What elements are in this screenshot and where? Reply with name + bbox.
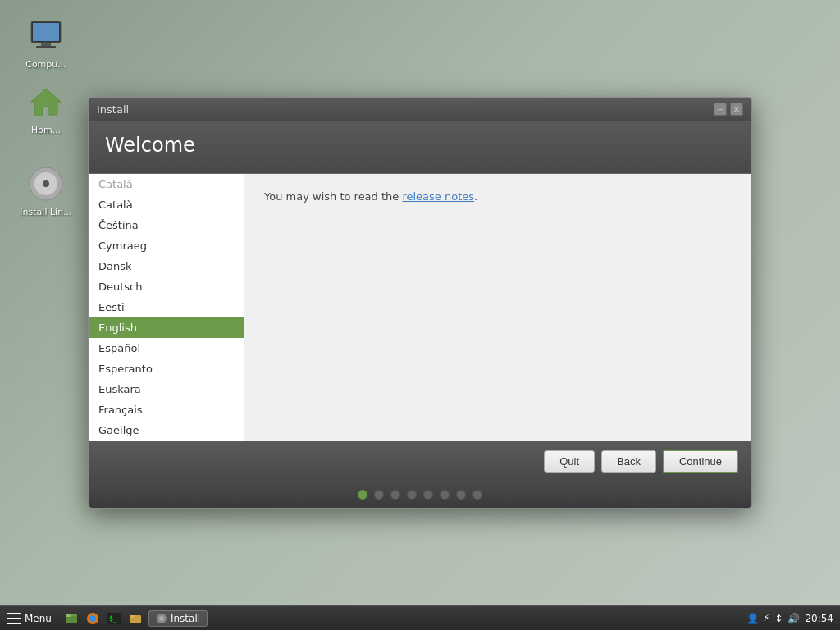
svg-rect-16 <box>130 615 135 618</box>
language-item-catala-partial[interactable]: Català <box>89 174 244 194</box>
language-item-etina[interactable]: Čeština <box>89 215 244 235</box>
svg-point-12 <box>89 615 96 622</box>
dialog-title: Install <box>97 103 129 116</box>
taskbar-clock: 20:54 <box>805 613 833 624</box>
svg-rect-10 <box>66 614 71 617</box>
release-notes-prefix: You may wish to read the <box>264 190 402 203</box>
taskbar-apps: $_ <box>58 609 148 628</box>
progress-dot-4[interactable] <box>423 490 433 500</box>
taskbar-firefox[interactable] <box>83 609 103 628</box>
progress-dot-6[interactable] <box>456 490 466 500</box>
taskbar-bluetooth-icon: ⚡ <box>764 613 770 623</box>
taskbar-active-label: Install <box>171 613 200 624</box>
taskbar: Menu $_ <box>0 605 840 630</box>
svg-point-18 <box>159 616 164 621</box>
language-item-gaeilge[interactable]: Gaeilge <box>89 420 244 441</box>
install-dialog: Install − ✕ Welcome Català CatalàČeština… <box>88 97 752 509</box>
progress-dot-5[interactable] <box>440 490 450 500</box>
progress-dot-1[interactable] <box>374 490 384 500</box>
dialog-header: Welcome <box>89 121 751 174</box>
quit-button[interactable]: Quit <box>544 450 595 472</box>
taskbar-person-icon: 👤 <box>746 613 759 624</box>
taskbar-active-window[interactable]: Install <box>148 610 208 627</box>
language-list: Català CatalàČeštinaCymraegDanskDeutschE… <box>89 174 244 441</box>
progress-dot-2[interactable] <box>390 490 400 500</box>
language-item-esperanto[interactable]: Esperanto <box>89 358 244 379</box>
language-item-franais[interactable]: Français <box>89 399 244 420</box>
taskbar-right: 👤 ⚡ ↕ 🔊 20:54 <box>746 613 840 624</box>
taskbar-terminal[interactable]: $_ <box>104 609 124 628</box>
language-item-dansk[interactable]: Dansk <box>89 256 244 276</box>
language-list-container[interactable]: Català CatalàČeštinaCymraegDanskDeutschE… <box>89 174 244 441</box>
progress-dots <box>89 482 751 508</box>
dialog-bottom-bar: Quit Back Continue <box>89 441 751 482</box>
dialog-content: Català CatalàČeštinaCymraegDanskDeutschE… <box>89 174 751 441</box>
language-item-eesti[interactable]: Eesti <box>89 297 244 317</box>
language-item-cymraeg[interactable]: Cymraeg <box>89 235 244 256</box>
language-item-catal[interactable]: Català <box>89 194 244 215</box>
continue-button[interactable]: Continue <box>663 450 738 473</box>
menu-button[interactable]: Menu <box>0 606 58 630</box>
minimize-button[interactable]: − <box>714 103 727 116</box>
install-taskbar-icon <box>156 613 167 624</box>
back-button[interactable]: Back <box>601 450 656 472</box>
dialog-right-panel: You may wish to read the release notes. <box>244 174 751 441</box>
language-item-espaol[interactable]: Español <box>89 338 244 358</box>
close-button[interactable]: ✕ <box>730 103 743 116</box>
dialog-overlay: Install − ✕ Welcome Català CatalàČeština… <box>0 0 840 630</box>
language-item-euskara[interactable]: Euskara <box>89 379 244 399</box>
language-item-english[interactable]: English <box>89 317 244 338</box>
language-item-deutsch[interactable]: Deutsch <box>89 276 244 297</box>
menu-label: Menu <box>25 613 52 624</box>
taskbar-file-manager[interactable] <box>62 609 81 628</box>
progress-dot-0[interactable] <box>358 490 368 500</box>
release-notes-link[interactable]: release notes <box>402 190 474 203</box>
progress-dot-7[interactable] <box>472 490 482 500</box>
dialog-page-title: Welcome <box>105 134 195 157</box>
svg-text:$_: $_ <box>109 615 117 623</box>
desktop: Compu... Hom... Install Lin... Install <box>0 0 840 630</box>
taskbar-folder[interactable] <box>126 609 145 628</box>
release-notes-suffix: . <box>474 190 477 203</box>
taskbar-volume-icon: 🔊 <box>788 613 800 624</box>
progress-dot-3[interactable] <box>407 490 417 500</box>
dialog-titlebar: Install − ✕ <box>89 98 751 121</box>
menu-icon <box>7 613 21 624</box>
taskbar-network-icon: ↕ <box>774 613 783 624</box>
release-notes-paragraph: You may wish to read the release notes. <box>264 190 732 203</box>
dialog-controls: − ✕ <box>714 103 743 116</box>
svg-rect-9 <box>66 616 77 623</box>
